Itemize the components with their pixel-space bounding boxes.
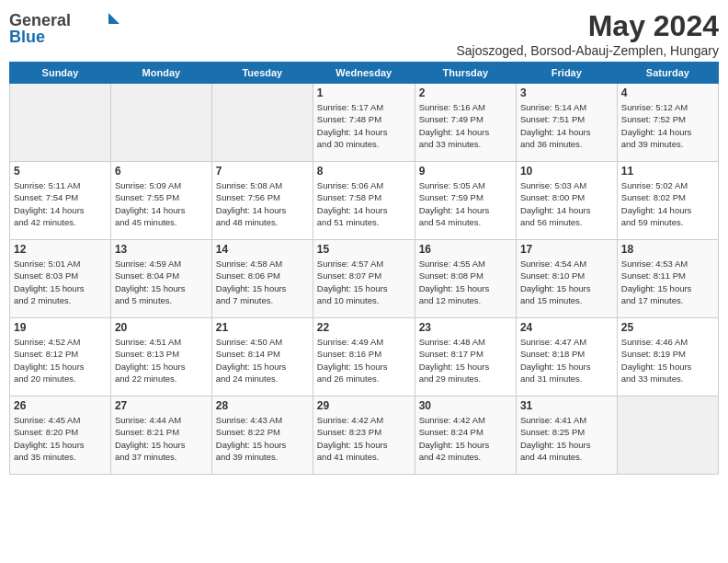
day-info: Sunrise: 5:09 AMSunset: 7:55 PMDaylight:… xyxy=(115,179,208,228)
day-number: 12 xyxy=(14,243,107,256)
day-number: 15 xyxy=(317,243,411,256)
calendar-cell: 25Sunrise: 4:46 AMSunset: 8:19 PMDayligh… xyxy=(617,318,718,396)
day-number: 26 xyxy=(14,399,107,412)
day-number: 24 xyxy=(520,321,613,334)
calendar-cell: 27Sunrise: 4:44 AMSunset: 8:21 PMDayligh… xyxy=(110,396,211,475)
day-number: 18 xyxy=(621,243,714,256)
day-number: 3 xyxy=(520,86,613,99)
calendar-table: SundayMondayTuesdayWednesdayThursdayFrid… xyxy=(9,62,719,475)
calendar-cell: 9Sunrise: 5:05 AMSunset: 7:59 PMDaylight… xyxy=(415,162,516,240)
day-info: Sunrise: 5:11 AMSunset: 7:54 PMDaylight:… xyxy=(14,179,107,228)
calendar-cell: 13Sunrise: 4:59 AMSunset: 8:04 PMDayligh… xyxy=(110,240,211,318)
calendar-cell xyxy=(211,84,313,162)
day-number: 8 xyxy=(317,165,411,178)
day-info: Sunrise: 4:46 AMSunset: 8:19 PMDaylight:… xyxy=(621,336,714,385)
calendar-cell: 14Sunrise: 4:58 AMSunset: 8:06 PMDayligh… xyxy=(211,240,313,318)
page-header: General Blue May 2024 Sajoszoged, Borsod… xyxy=(9,9,719,58)
calendar-cell: 23Sunrise: 4:48 AMSunset: 8:17 PMDayligh… xyxy=(415,318,516,396)
day-info: Sunrise: 5:02 AMSunset: 8:02 PMDaylight:… xyxy=(621,179,714,228)
calendar-cell: 10Sunrise: 5:03 AMSunset: 8:00 PMDayligh… xyxy=(516,162,617,240)
day-info: Sunrise: 4:50 AMSunset: 8:14 PMDaylight:… xyxy=(216,336,309,385)
day-info: Sunrise: 4:48 AMSunset: 8:17 PMDaylight:… xyxy=(419,336,512,385)
day-info: Sunrise: 4:45 AMSunset: 8:20 PMDaylight:… xyxy=(14,414,107,463)
day-info: Sunrise: 5:16 AMSunset: 7:49 PMDaylight:… xyxy=(419,101,512,150)
calendar-cell xyxy=(617,396,718,475)
day-info: Sunrise: 4:47 AMSunset: 8:18 PMDaylight:… xyxy=(520,336,613,385)
calendar-cell: 31Sunrise: 4:41 AMSunset: 8:25 PMDayligh… xyxy=(516,396,617,475)
calendar-cell: 29Sunrise: 4:42 AMSunset: 8:23 PMDayligh… xyxy=(313,396,415,475)
calendar-cell: 18Sunrise: 4:53 AMSunset: 8:11 PMDayligh… xyxy=(617,240,718,318)
calendar-cell: 3Sunrise: 5:14 AMSunset: 7:51 PMDaylight… xyxy=(516,84,617,162)
day-info: Sunrise: 5:08 AMSunset: 7:56 PMDaylight:… xyxy=(216,179,309,228)
day-number: 23 xyxy=(419,321,512,334)
svg-marker-2 xyxy=(108,13,119,24)
day-info: Sunrise: 4:42 AMSunset: 8:24 PMDaylight:… xyxy=(419,414,512,463)
day-info: Sunrise: 4:42 AMSunset: 8:23 PMDaylight:… xyxy=(317,414,411,463)
location-title: Sajoszoged, Borsod-Abauj-Zemplen, Hungar… xyxy=(456,43,719,58)
day-number: 22 xyxy=(317,321,411,334)
weekday-header-friday: Friday xyxy=(516,63,617,84)
day-info: Sunrise: 4:58 AMSunset: 8:06 PMDaylight:… xyxy=(216,258,309,306)
calendar-cell: 8Sunrise: 5:06 AMSunset: 7:58 PMDaylight… xyxy=(313,162,415,240)
calendar-cell: 26Sunrise: 4:45 AMSunset: 8:20 PMDayligh… xyxy=(10,396,111,475)
day-info: Sunrise: 4:54 AMSunset: 8:10 PMDaylight:… xyxy=(520,258,613,306)
day-info: Sunrise: 5:14 AMSunset: 7:51 PMDaylight:… xyxy=(520,101,613,150)
calendar-cell: 17Sunrise: 4:54 AMSunset: 8:10 PMDayligh… xyxy=(516,240,617,318)
day-info: Sunrise: 5:06 AMSunset: 7:58 PMDaylight:… xyxy=(317,179,411,228)
calendar-cell: 22Sunrise: 4:49 AMSunset: 8:16 PMDayligh… xyxy=(313,318,415,396)
day-info: Sunrise: 4:53 AMSunset: 8:11 PMDaylight:… xyxy=(621,258,714,306)
day-info: Sunrise: 4:41 AMSunset: 8:25 PMDaylight:… xyxy=(520,414,613,463)
title-block: May 2024 Sajoszoged, Borsod-Abauj-Zemple… xyxy=(456,9,719,58)
day-number: 16 xyxy=(419,243,512,256)
svg-text:General: General xyxy=(9,11,71,29)
calendar-cell: 1Sunrise: 5:17 AMSunset: 7:48 PMDaylight… xyxy=(313,84,415,162)
day-number: 2 xyxy=(419,86,512,99)
calendar-cell: 24Sunrise: 4:47 AMSunset: 8:18 PMDayligh… xyxy=(516,318,617,396)
weekday-header-sunday: Sunday xyxy=(10,63,111,84)
calendar-cell: 20Sunrise: 4:51 AMSunset: 8:13 PMDayligh… xyxy=(110,318,211,396)
day-number: 7 xyxy=(216,165,309,178)
calendar-cell: 5Sunrise: 5:11 AMSunset: 7:54 PMDaylight… xyxy=(10,162,111,240)
day-number: 10 xyxy=(520,165,613,178)
day-number: 4 xyxy=(621,86,714,99)
logo-icon: General Blue xyxy=(9,9,119,46)
day-number: 27 xyxy=(115,399,208,412)
day-info: Sunrise: 4:55 AMSunset: 8:08 PMDaylight:… xyxy=(419,258,512,306)
day-info: Sunrise: 5:01 AMSunset: 8:03 PMDaylight:… xyxy=(14,258,107,306)
calendar-cell: 6Sunrise: 5:09 AMSunset: 7:55 PMDaylight… xyxy=(110,162,211,240)
month-title: May 2024 xyxy=(456,9,719,43)
day-number: 30 xyxy=(419,399,512,412)
calendar-cell: 19Sunrise: 4:52 AMSunset: 8:12 PMDayligh… xyxy=(10,318,111,396)
day-number: 31 xyxy=(520,399,613,412)
calendar-cell: 7Sunrise: 5:08 AMSunset: 7:56 PMDaylight… xyxy=(211,162,313,240)
day-info: Sunrise: 5:17 AMSunset: 7:48 PMDaylight:… xyxy=(317,101,411,150)
day-number: 28 xyxy=(216,399,309,412)
day-number: 1 xyxy=(317,86,411,99)
calendar-cell: 28Sunrise: 4:43 AMSunset: 8:22 PMDayligh… xyxy=(211,396,313,475)
calendar-cell xyxy=(110,84,211,162)
day-number: 14 xyxy=(216,243,309,256)
day-number: 19 xyxy=(14,321,107,334)
day-info: Sunrise: 4:57 AMSunset: 8:07 PMDaylight:… xyxy=(317,258,411,306)
day-info: Sunrise: 4:43 AMSunset: 8:22 PMDaylight:… xyxy=(216,414,309,463)
calendar-cell xyxy=(10,84,111,162)
day-info: Sunrise: 5:03 AMSunset: 8:00 PMDaylight:… xyxy=(520,179,613,228)
day-info: Sunrise: 5:12 AMSunset: 7:52 PMDaylight:… xyxy=(621,101,714,150)
day-info: Sunrise: 4:44 AMSunset: 8:21 PMDaylight:… xyxy=(115,414,208,463)
day-number: 9 xyxy=(419,165,512,178)
weekday-header-tuesday: Tuesday xyxy=(211,63,313,84)
weekday-header-thursday: Thursday xyxy=(415,63,516,84)
calendar-cell: 21Sunrise: 4:50 AMSunset: 8:14 PMDayligh… xyxy=(211,318,313,396)
day-number: 21 xyxy=(216,321,309,334)
calendar-cell: 15Sunrise: 4:57 AMSunset: 8:07 PMDayligh… xyxy=(313,240,415,318)
day-number: 13 xyxy=(115,243,208,256)
calendar-cell: 12Sunrise: 5:01 AMSunset: 8:03 PMDayligh… xyxy=(10,240,111,318)
day-number: 17 xyxy=(520,243,613,256)
day-info: Sunrise: 5:05 AMSunset: 7:59 PMDaylight:… xyxy=(419,179,512,228)
weekday-header-monday: Monday xyxy=(110,63,211,84)
day-info: Sunrise: 4:59 AMSunset: 8:04 PMDaylight:… xyxy=(115,258,208,306)
svg-text:Blue: Blue xyxy=(9,28,45,46)
weekday-header-saturday: Saturday xyxy=(617,63,718,84)
day-info: Sunrise: 4:52 AMSunset: 8:12 PMDaylight:… xyxy=(14,336,107,385)
calendar-cell: 16Sunrise: 4:55 AMSunset: 8:08 PMDayligh… xyxy=(415,240,516,318)
